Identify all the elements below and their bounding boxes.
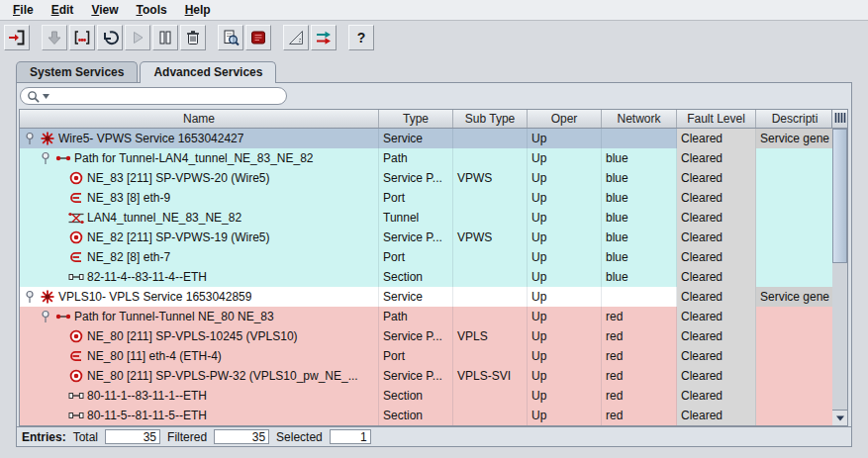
service-point-icon [67, 329, 84, 343]
tree-expand-handle[interactable] [24, 290, 36, 304]
delete-button[interactable] [180, 25, 206, 50]
menu-view[interactable]: View [82, 1, 127, 19]
menu-tools[interactable]: Tools [128, 1, 176, 19]
table-row[interactable]: NE_83 [211] SP-VPWS-20 (Wire5)Service P.… [20, 168, 831, 188]
table-row[interactable]: VPLS10- VPLS Service 1653042859ServiceUp… [20, 287, 831, 307]
detach-button[interactable] [69, 25, 95, 50]
fault-level-cell: Cleared [677, 188, 756, 208]
exit-button[interactable] [4, 25, 30, 50]
columns-icon [834, 112, 846, 127]
table-row[interactable]: NE_82 [8] eth-7PortUpblueCleared [20, 247, 831, 267]
scrollbar-track[interactable] [832, 129, 847, 410]
scroll-down-button[interactable] [832, 410, 847, 425]
help-icon: ? [352, 29, 370, 46]
description-cell [756, 366, 833, 386]
column-header-name[interactable]: Name [20, 110, 379, 128]
app-window: FileEditViewToolsHelp ? System ServicesA… [0, 0, 868, 458]
search-icon [27, 90, 40, 103]
port-icon [67, 191, 84, 205]
description-cell [756, 307, 833, 326]
tab-system-services[interactable]: System Services [16, 61, 138, 82]
delete-icon [184, 29, 202, 46]
table-header: NameTypeSub TypeOperNetworkFault LevelDe… [20, 110, 831, 129]
column-settings-button[interactable] [832, 110, 847, 129]
tab-advanced-services[interactable]: Advanced Services [140, 61, 276, 83]
column-header-descripti[interactable]: Descripti [756, 110, 833, 128]
table-row[interactable]: NE_80 [11] eth-4 (ETH-4)PortUpredCleared [20, 346, 831, 366]
table-row[interactable]: Path for Tunnel-Tunnel NE_80 NE_83PathUp… [20, 307, 831, 326]
service-point-icon [67, 230, 84, 244]
table-row[interactable]: NE_83 [8] eth-9PortUpblueCleared [20, 188, 831, 208]
type-cell: Section [379, 267, 453, 287]
network-cell: red [602, 406, 677, 425]
type-cell: Service [379, 129, 453, 148]
table-row[interactable]: LAN4_tunnel_NE_83_NE_82TunnelUpblueClear… [20, 208, 831, 228]
scrollbar-thumb[interactable] [832, 129, 847, 263]
preview-button[interactable] [218, 25, 243, 50]
oper-cell: Up [528, 346, 602, 366]
sub-type-cell [453, 346, 528, 366]
help-button[interactable]: ? [348, 25, 374, 50]
vertical-scrollbar[interactable] [832, 109, 848, 426]
measure-button[interactable] [283, 25, 309, 50]
column-header-network[interactable]: Network [602, 110, 677, 128]
description-cell [756, 386, 833, 406]
tree-expand-handle[interactable] [40, 151, 51, 165]
tree-expand-handle[interactable] [24, 132, 36, 145]
description-cell [756, 228, 833, 247]
fault-level-cell: Cleared [677, 346, 756, 366]
services-table: NameTypeSub TypeOperNetworkFault LevelDe… [19, 109, 849, 426]
filter-row [17, 83, 851, 108]
download-button[interactable] [42, 25, 67, 50]
caret-down-icon[interactable] [43, 94, 49, 99]
toolbar-separator [31, 38, 41, 39]
paths-button[interactable] [311, 25, 337, 50]
statusbar: Entries: Total35Filtered35Selected1 [17, 426, 851, 446]
column-header-sub-type[interactable]: Sub Type [453, 110, 528, 128]
type-cell: Service P... [379, 228, 453, 247]
table-row[interactable]: NE_82 [211] SP-VPWS-19 (Wire5)Service P.… [20, 228, 831, 247]
menu-edit[interactable]: Edit [43, 1, 83, 19]
oper-cell: Up [528, 267, 602, 287]
column-header-fault-level[interactable]: Fault Level [677, 110, 756, 128]
menu-help[interactable]: Help [176, 1, 220, 19]
network-cell: red [602, 346, 677, 366]
column-header-oper[interactable]: Oper [528, 110, 602, 128]
network-cell: red [602, 386, 677, 406]
filter-box[interactable] [20, 87, 287, 105]
menu-file[interactable]: File [4, 1, 43, 19]
service-point-icon [67, 369, 84, 383]
row-name: LAN4_tunnel_NE_83_NE_82 [87, 211, 241, 225]
table-row[interactable]: 82-11-4--83-11-4--ETHSectionUpblueCleare… [20, 267, 831, 287]
alarm-browser-button[interactable] [245, 25, 271, 50]
description-cell [756, 148, 833, 168]
table-row[interactable]: Wire5- VPWS Service 1653042427ServiceUpC… [20, 129, 831, 148]
row-name: Wire5- VPWS Service 1653042427 [58, 132, 243, 145]
play-button[interactable] [125, 25, 150, 50]
type-cell: Tunnel [379, 208, 453, 228]
fault-level-cell: Cleared [677, 168, 756, 188]
name-cell: VPLS10- VPLS Service 1653042859 [20, 287, 379, 307]
status-value-text: 1 [360, 430, 367, 444]
sub-type-cell: VPWS [453, 228, 528, 247]
pause-button[interactable] [152, 25, 178, 50]
row-name: 80-11-1--83-11-1--ETH [87, 389, 207, 403]
undo-button[interactable] [97, 25, 123, 50]
filter-input[interactable] [52, 89, 280, 103]
name-cell: Path for Tunnel-Tunnel NE_80 NE_83 [20, 307, 379, 326]
column-header-type[interactable]: Type [379, 110, 453, 128]
type-cell: Service P... [379, 326, 453, 346]
name-cell: NE_83 [8] eth-9 [20, 188, 379, 208]
table-row[interactable]: Path for Tunnel-LAN4_tunnel_NE_83_NE_82P… [20, 148, 831, 168]
name-cell: NE_80 [211] SP-VPLS-10245 (VPLS10) [20, 326, 379, 346]
tunnel-icon [67, 212, 84, 225]
table-row[interactable]: NE_80 [211] SP-VPLS-PW-32 (VPLS10_pw_NE_… [20, 366, 831, 386]
section-icon [67, 390, 84, 402]
status-value-text: 35 [252, 430, 265, 444]
table-row[interactable]: 80-11-5--81-11-5--ETHSectionUpredCleared [20, 406, 831, 425]
type-cell: Service [379, 287, 453, 307]
tree-expand-handle[interactable] [40, 310, 51, 323]
sub-type-cell [453, 208, 528, 228]
table-row[interactable]: NE_80 [211] SP-VPLS-10245 (VPLS10)Servic… [20, 326, 831, 346]
table-row[interactable]: 80-11-1--83-11-1--ETHSectionUpredCleared [20, 386, 831, 406]
